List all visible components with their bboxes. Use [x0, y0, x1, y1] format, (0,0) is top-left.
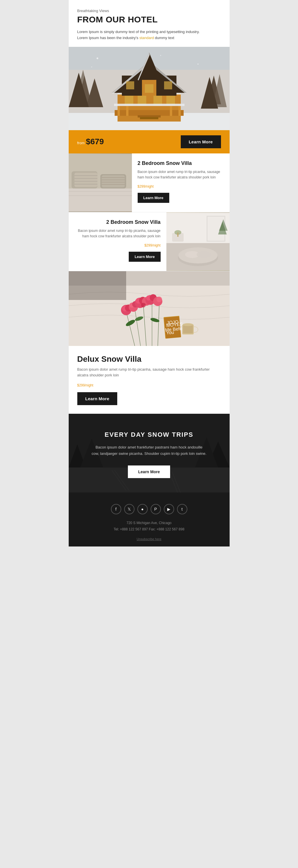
svg-rect-23: [126, 81, 134, 89]
svg-point-94: [141, 303, 146, 307]
snow-trips-learn-more-button[interactable]: Learn More: [128, 465, 170, 478]
header-desc-3: dummy text: [154, 36, 174, 40]
delux-title: Delux Snow Villa: [77, 354, 221, 364]
svg-rect-51: [69, 188, 132, 212]
delux-learn-more-button[interactable]: Learn More: [77, 392, 118, 405]
snow-trips-description: Bacon ipsum dolor amet frankfurter pastr…: [92, 444, 207, 457]
snow-trips-section: EVERY DAY SNOW TRIPS Bacon ipsum dolor a…: [69, 414, 230, 493]
card-2: 2 Bedroom Snow Villa Bacon ipsum dolor a…: [69, 212, 230, 271]
delux-description: Bacon ipsum dolor amet rump tri-tip pica…: [77, 367, 221, 379]
flowers-bed-image: JOJO MOYES Me Before You: [69, 271, 230, 346]
card-1-learn-more-button[interactable]: Learn More: [138, 193, 169, 203]
card-2-content: 2 Bedroom Snow Villa Bacon ipsum dolor a…: [69, 212, 167, 271]
price-from-label: from: [77, 141, 85, 145]
card-2-learn-more-button[interactable]: Learn More: [129, 252, 160, 262]
price-display: from $679: [77, 137, 104, 146]
unsubscribe-link[interactable]: Unsubscribe here: [77, 537, 221, 541]
twitter-icon[interactable]: 𝕏: [124, 504, 135, 514]
card-1: 2 Bedroom Snow Villa Bacon ipsum dolor a…: [69, 153, 230, 212]
svg-rect-65: [177, 232, 178, 237]
hero-image-svg: [69, 47, 230, 130]
svg-rect-33: [114, 104, 184, 106]
header-section: Breathtaking Views FROM OUR HOTEL Lorem …: [69, 0, 230, 47]
footer-street: 720 S Michigan Ave, Chicago: [77, 520, 221, 526]
svg-point-34: [96, 58, 98, 59]
svg-point-36: [160, 55, 161, 56]
tumblr-icon[interactable]: t: [177, 504, 187, 514]
card-1-content: 2 Bedroom Snow Villa Bacon ipsum dolor a…: [132, 153, 230, 212]
card-1-title: 2 Bedroom Snow Villa: [138, 160, 224, 166]
header-title: FROM OUR HOTEL: [77, 14, 221, 24]
header-description: Lorem Ipsum is simply dummy text of the …: [77, 29, 221, 41]
snow-trips-title: EVERY DAY SNOW TRIPS: [77, 431, 221, 438]
delux-section: Delux Snow Villa Bacon ipsum dolor amet …: [69, 346, 230, 414]
svg-rect-24: [164, 81, 172, 89]
hero-image: [69, 47, 230, 130]
facebook-icon[interactable]: f: [111, 504, 121, 514]
price-bar: from $679 Learn More: [69, 130, 230, 153]
snow-trips-content: EVERY DAY SNOW TRIPS Bacon ipsum dolor a…: [77, 431, 221, 478]
svg-point-59: [197, 251, 211, 258]
header-desc-2: Lorem Ipsum has been the industry's: [77, 36, 139, 40]
footer: f 𝕏 ● P ▶ t 720 S Michigan Ave, Chicago …: [69, 493, 230, 546]
svg-point-37: [91, 66, 92, 67]
svg-rect-32: [140, 117, 158, 119]
svg-text:You: You: [166, 330, 174, 335]
price-amount: $679: [86, 137, 104, 146]
instagram-icon[interactable]: ●: [137, 504, 148, 514]
svg-rect-46: [102, 175, 125, 187]
youtube-icon[interactable]: ▶: [164, 504, 174, 514]
card-2-title: 2 Bedroom Snow Villa: [74, 219, 161, 225]
card-1-price: $299/night: [138, 184, 224, 189]
footer-address: 720 S Michigan Ave, Chicago Tel: +888 12…: [77, 520, 221, 532]
pinterest-icon[interactable]: P: [151, 504, 161, 514]
svg-rect-25: [145, 84, 153, 93]
social-icons-container: f 𝕏 ● P ▶ t: [77, 504, 221, 514]
header-desc-1: Lorem Ipsum is simply dummy text of the …: [77, 30, 200, 34]
svg-point-93: [156, 297, 162, 302]
price-bar-learn-more-button[interactable]: Learn More: [181, 135, 221, 148]
card-2-description: Bacon ipsum dolor amet rump tri-tip pica…: [74, 228, 161, 239]
svg-point-103: [183, 323, 193, 326]
card-1-image: [69, 153, 132, 212]
svg-rect-70: [69, 271, 126, 300]
header-subtitle: Breathtaking Views: [77, 9, 221, 13]
footer-tel: Tel: +888 122 567 897 Fax: +888 122 567 …: [77, 526, 221, 533]
card-1-description: Bacon ipsum dolor amet rump tri-tip pica…: [138, 169, 224, 180]
card-2-price: $299/night: [74, 243, 161, 248]
svg-point-35: [198, 63, 199, 65]
svg-rect-40: [74, 173, 97, 187]
svg-rect-26: [115, 110, 184, 116]
delux-price: $299/night: [77, 382, 221, 388]
card-2-image: [167, 212, 230, 271]
svg-rect-102: [183, 325, 193, 333]
header-desc-link[interactable]: standard: [139, 36, 154, 40]
